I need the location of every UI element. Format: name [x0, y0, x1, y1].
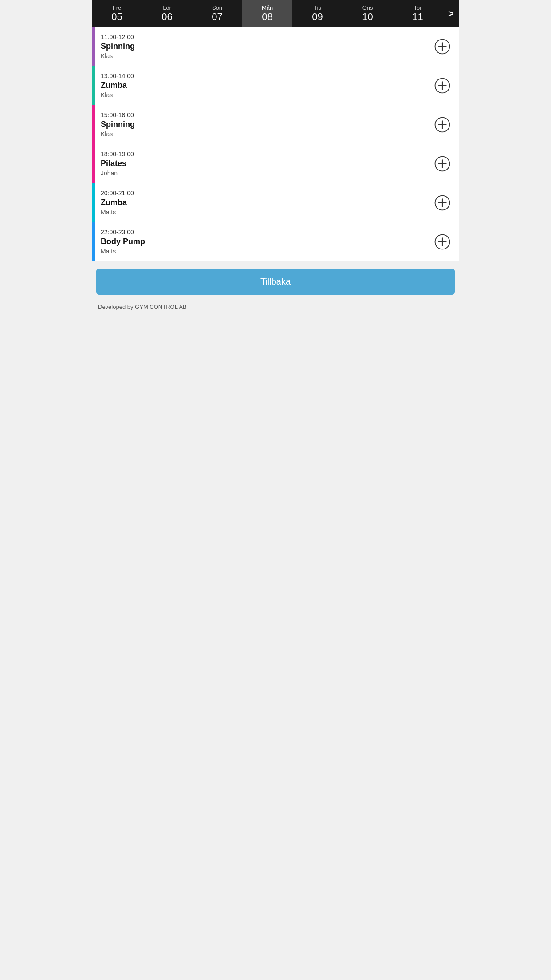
day-number: 10: [362, 11, 373, 23]
schedule-item: 22:00-23:00Body PumpMatts: [92, 222, 459, 261]
day-number: 07: [212, 11, 222, 23]
schedule-class-name: Zumba: [101, 81, 433, 90]
schedule-time: 13:00-14:00: [101, 72, 433, 79]
footer-text: Developed by GYM CONTROL AB: [92, 302, 459, 319]
tillbaka-button[interactable]: Tillbaka: [96, 269, 455, 295]
schedule-time: 15:00-16:00: [101, 111, 433, 119]
schedule-time: 20:00-21:00: [101, 190, 433, 197]
day-number: 05: [111, 11, 122, 23]
add-class-button[interactable]: [433, 232, 452, 252]
schedule-instructor: Klas: [101, 91, 433, 99]
schedule-info: 11:00-12:00SpinningKlas: [101, 33, 433, 59]
schedule-info: 18:00-19:00PilatesJohan: [101, 150, 433, 177]
schedule-class-name: Pilates: [101, 159, 433, 168]
day-item-ons[interactable]: Ons10: [342, 0, 393, 27]
add-class-button[interactable]: [433, 76, 452, 95]
next-arrow[interactable]: >: [443, 0, 459, 27]
day-number: 11: [412, 11, 423, 23]
schedule-time: 22:00-23:00: [101, 229, 433, 236]
schedule-item: 11:00-12:00SpinningKlas: [92, 27, 459, 66]
day-number: 08: [262, 11, 272, 23]
add-class-button[interactable]: [433, 193, 452, 213]
day-item-tor[interactable]: Tor11: [393, 0, 443, 27]
day-name: Ons: [362, 4, 373, 11]
day-item-tis[interactable]: Tis09: [292, 0, 342, 27]
schedule-info: 15:00-16:00SpinningKlas: [101, 111, 433, 138]
day-name: Mån: [262, 4, 273, 11]
schedule-instructor: Klas: [101, 130, 433, 138]
schedule-class-name: Zumba: [101, 198, 433, 207]
schedule-time: 18:00-19:00: [101, 150, 433, 158]
schedule-time: 11:00-12:00: [101, 33, 433, 40]
add-class-button[interactable]: [433, 37, 452, 56]
day-item-mån[interactable]: Mån08: [242, 0, 292, 27]
schedule-item: 18:00-19:00PilatesJohan: [92, 144, 459, 183]
schedule-class-name: Spinning: [101, 42, 433, 51]
schedule-info: 20:00-21:00ZumbaMatts: [101, 190, 433, 216]
day-item-fre[interactable]: Fre05: [92, 0, 142, 27]
day-navigation: Fre05Lör06Sön07Mån08Tis09Ons10Tor11>: [92, 0, 459, 27]
schedule-instructor: Johan: [101, 170, 433, 177]
add-class-button[interactable]: [433, 154, 452, 174]
day-name: Tis: [314, 4, 321, 11]
schedule-info: 22:00-23:00Body PumpMatts: [101, 229, 433, 255]
schedule-item: 13:00-14:00ZumbaKlas: [92, 66, 459, 105]
schedule-class-name: Spinning: [101, 120, 433, 129]
schedule-info: 13:00-14:00ZumbaKlas: [101, 72, 433, 99]
schedule-instructor: Matts: [101, 209, 433, 216]
schedule-item: 15:00-16:00SpinningKlas: [92, 105, 459, 144]
day-name: Sön: [212, 4, 222, 11]
schedule-instructor: Matts: [101, 248, 433, 255]
day-number: 06: [161, 11, 172, 23]
day-item-lör[interactable]: Lör06: [142, 0, 192, 27]
day-item-sön[interactable]: Sön07: [192, 0, 242, 27]
day-number: 09: [312, 11, 323, 23]
schedule-class-name: Body Pump: [101, 237, 433, 246]
day-name: Lör: [163, 4, 171, 11]
schedule-instructor: Klas: [101, 52, 433, 59]
add-class-button[interactable]: [433, 115, 452, 134]
day-name: Fre: [113, 4, 122, 11]
schedule-item: 20:00-21:00ZumbaMatts: [92, 183, 459, 222]
schedule-list: 11:00-12:00SpinningKlas 13:00-14:00Zumba…: [92, 27, 459, 261]
day-name: Tor: [414, 4, 422, 11]
